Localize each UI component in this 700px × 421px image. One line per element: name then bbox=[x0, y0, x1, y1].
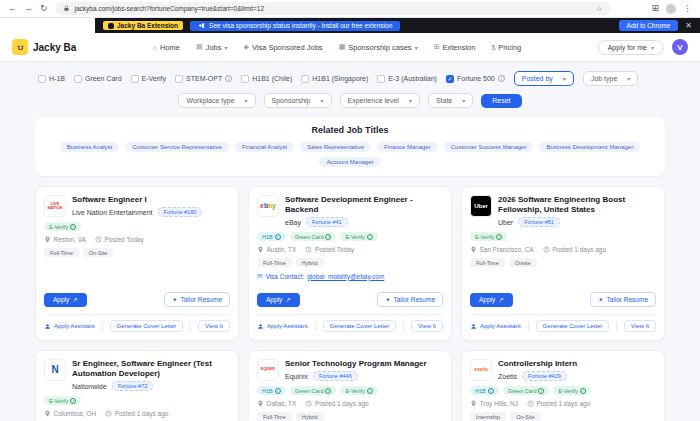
job-tags-row: Full-TimeHybrid bbox=[257, 412, 443, 421]
filter-checkbox-green-card[interactable]: Green Card bbox=[74, 75, 122, 83]
nav-item-sponsorship-cases[interactable]: ▦Sponsorship cases▾ bbox=[339, 43, 418, 52]
visa-badges-row: H1BiGreen CardiE-Verifyi bbox=[470, 386, 656, 395]
related-pill-account-manager[interactable]: Account Manager bbox=[319, 157, 380, 167]
job-tags-row: Full-TimeHybrid bbox=[257, 258, 443, 267]
company-logo: LIVE NATION bbox=[44, 195, 66, 217]
job-location: Austin, TX bbox=[257, 246, 296, 253]
dropdown-posted-by[interactable]: Posted by▾ bbox=[514, 71, 574, 86]
dropdown-label: Experience level bbox=[348, 97, 399, 104]
job-title: Senior Technology Program Manager bbox=[285, 359, 427, 369]
visa-badge-e-verify: E-Verifyi bbox=[470, 232, 507, 241]
dropdown-job-type[interactable]: Job type▾ bbox=[583, 71, 638, 86]
job-posted: Posted Today bbox=[305, 246, 354, 253]
apply-assistant-button[interactable]: Apply Assistant bbox=[470, 323, 521, 330]
filter-checkbox-e-verify[interactable]: E-Verify bbox=[131, 75, 167, 83]
apply-button[interactable]: Apply↗ bbox=[257, 293, 300, 307]
job-posted: Posted Today bbox=[95, 236, 144, 243]
job-tags-row: Full-TimeOnsite bbox=[470, 258, 656, 267]
nav-item-jobs[interactable]: ▤Jobs▾ bbox=[196, 43, 227, 52]
related-pill-business-development-manager[interactable]: Business Development Manager bbox=[539, 142, 640, 152]
dropdown-state[interactable]: State▾ bbox=[428, 93, 473, 108]
checkbox-box[interactable] bbox=[301, 75, 309, 83]
tailor-resume-button[interactable]: ✦Tailor Resume bbox=[377, 292, 443, 307]
checkbox-box[interactable] bbox=[241, 75, 249, 83]
job-tags-row: InternshipOn-Site bbox=[470, 412, 656, 421]
filter-checkbox-stem-opt[interactable]: STEM-OPTi bbox=[175, 75, 232, 83]
extension-badge-label: Jacky Ba Extension bbox=[117, 22, 178, 29]
apply-button[interactable]: Apply↗ bbox=[44, 293, 87, 307]
visa-badge-green-card: Green Cardi bbox=[503, 386, 550, 395]
checkbox-box[interactable] bbox=[377, 75, 385, 83]
reload-button[interactable]: ↻ bbox=[40, 4, 48, 13]
related-pill-customer-success-manager[interactable]: Customer Success Manager bbox=[444, 142, 534, 152]
related-pill-finance-manager[interactable]: Finance Manager bbox=[377, 142, 438, 152]
browser-menu-icon[interactable]: ⋮ bbox=[683, 4, 692, 13]
related-pill-financial-analyst[interactable]: Financial Analyst bbox=[235, 142, 294, 152]
site-navbar: Jacky Ba ⌂Home▤Jobs▾◈Visa Sponsored Jobs… bbox=[0, 33, 700, 62]
filter-checkbox-h1b1-singapore[interactable]: H1B1 (Singapore) bbox=[301, 75, 368, 83]
nav-item-pricing[interactable]: $Pricing bbox=[491, 43, 521, 52]
browser-toolbar: ← → ↻ jackyba.com/jobs-search?fortuneCom… bbox=[0, 0, 700, 18]
browser-profile-icon[interactable] bbox=[666, 4, 676, 14]
nav-item-label: Jobs bbox=[206, 43, 222, 52]
apply-assistant-button[interactable]: Apply Assistant bbox=[44, 323, 95, 330]
reset-button[interactable]: Reset bbox=[481, 94, 521, 108]
apply-assistant-button[interactable]: Apply Assistant bbox=[257, 323, 308, 330]
filters-row-1: H-1BGreen CardE-VerifySTEM-OPTiH1B1 (Chi… bbox=[0, 62, 700, 86]
url-bar[interactable]: jackyba.com/jobs-search?fortuneCompany=t… bbox=[55, 2, 611, 15]
brand-logo-link[interactable]: Jacky Ba bbox=[12, 39, 76, 55]
tailor-resume-button[interactable]: ✦Tailor Resume bbox=[164, 292, 230, 307]
view-it-button[interactable]: View It bbox=[198, 320, 230, 332]
dropdown-experience-level[interactable]: Experience level▾ bbox=[340, 93, 420, 108]
checkbox-box[interactable] bbox=[131, 75, 139, 83]
back-button[interactable]: ← bbox=[8, 4, 17, 13]
apply-for-me-button[interactable]: Apply for me ▾ bbox=[598, 40, 664, 55]
related-pill-customer-service-representative[interactable]: Customer Service Representative bbox=[125, 142, 229, 152]
dropdown-sponsorship[interactable]: Sponsorship▾ bbox=[264, 93, 332, 108]
tailor-resume-button[interactable]: ✦Tailor Resume bbox=[590, 292, 656, 307]
filter-checkbox-h1b1-chile[interactable]: H1B1 (Chile) bbox=[241, 75, 292, 83]
filter-checkbox-fortune-500[interactable]: ✓Fortune 500i bbox=[446, 75, 505, 83]
visa-contact-email[interactable]: global_mobility@ebay.com bbox=[307, 273, 384, 280]
promo-banner-strip: Jacky Ba Extension See visa sponsorship … bbox=[0, 18, 700, 33]
forward-button[interactable]: → bbox=[24, 4, 33, 13]
company-name: Zoetis bbox=[498, 373, 517, 380]
checkbox-box[interactable]: ✓ bbox=[446, 75, 454, 83]
view-it-button[interactable]: View It bbox=[624, 320, 656, 332]
location-pin-icon bbox=[257, 400, 264, 407]
nav-item-extension[interactable]: ⊞Extension bbox=[434, 43, 476, 52]
job-card: Uber2026 Software Engineering Boost Fell… bbox=[461, 186, 665, 341]
view-it-button[interactable]: View It bbox=[411, 320, 443, 332]
visa-badge-h1b: H1Bi bbox=[257, 232, 286, 241]
extensions-icon[interactable]: ⊞ bbox=[651, 4, 659, 13]
banner-message: See visa sponsorship status instantly - … bbox=[190, 21, 400, 31]
extension-icon: ⊞ bbox=[434, 43, 440, 51]
related-job-titles-card: Related Job Titles Business AnalystCusto… bbox=[35, 117, 665, 176]
add-to-chrome-button[interactable]: Add to Chrome bbox=[619, 20, 679, 31]
related-pill-sales-representative[interactable]: Sales Representative bbox=[300, 142, 371, 152]
generate-cover-letter-button[interactable]: Generate Cover Letter bbox=[110, 320, 184, 332]
bookmark-star-icon[interactable]: ☆ bbox=[596, 5, 602, 13]
job-card-header: zoetisControllership InternZoetisFortune… bbox=[470, 359, 656, 381]
checkbox-box[interactable] bbox=[38, 75, 46, 83]
generate-cover-letter-button[interactable]: Generate Cover Letter bbox=[536, 320, 610, 332]
checkbox-label: E-3 (Australian) bbox=[388, 75, 437, 82]
checkbox-box[interactable] bbox=[175, 75, 183, 83]
checkbox-box[interactable] bbox=[74, 75, 82, 83]
job-tag: Full-Time bbox=[257, 412, 292, 421]
external-link-icon: ↗ bbox=[72, 296, 77, 304]
user-avatar[interactable]: V bbox=[672, 39, 688, 55]
dropdown-workplace-type[interactable]: Workplace type▾ bbox=[178, 93, 255, 108]
nav-item-visa-sponsored-jobs[interactable]: ◈Visa Sponsored Jobs bbox=[243, 43, 322, 52]
filter-checkbox-h-1b[interactable]: H-1B bbox=[38, 75, 65, 83]
generate-cover-letter-button[interactable]: Generate Cover Letter bbox=[323, 320, 397, 332]
related-pill-business-analyst[interactable]: Business Analyst bbox=[60, 142, 119, 152]
visa-badges-row: E-Verifyi bbox=[470, 232, 656, 241]
banner-close-icon[interactable]: ✕ bbox=[685, 22, 692, 30]
apply-button[interactable]: Apply↗ bbox=[470, 293, 513, 307]
company-logo: Uber bbox=[470, 195, 492, 217]
dropdown-label: Sponsorship bbox=[272, 97, 311, 104]
nav-item-home[interactable]: ⌂Home bbox=[153, 43, 180, 52]
filter-checkbox-e-3-australian[interactable]: E-3 (Australian) bbox=[377, 75, 437, 83]
info-icon: i bbox=[488, 388, 494, 394]
